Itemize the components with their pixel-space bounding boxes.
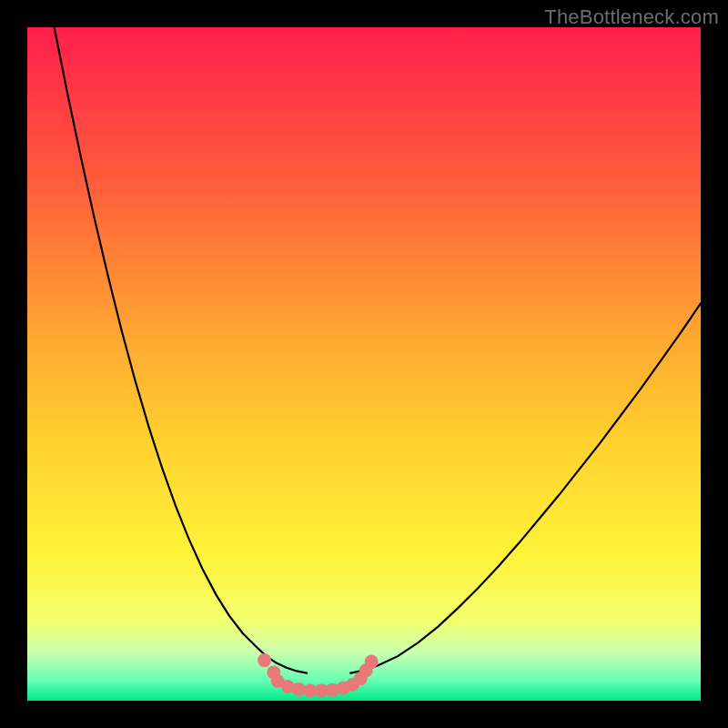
watermark-text: TheBottleneck.com xyxy=(544,5,719,29)
chart-svg xyxy=(27,27,701,701)
gradient-background xyxy=(27,27,701,701)
chart-stage: TheBottleneck.com xyxy=(0,0,728,728)
trough-dot xyxy=(258,653,271,667)
trough-dot xyxy=(365,655,379,669)
plot-area xyxy=(27,27,701,701)
